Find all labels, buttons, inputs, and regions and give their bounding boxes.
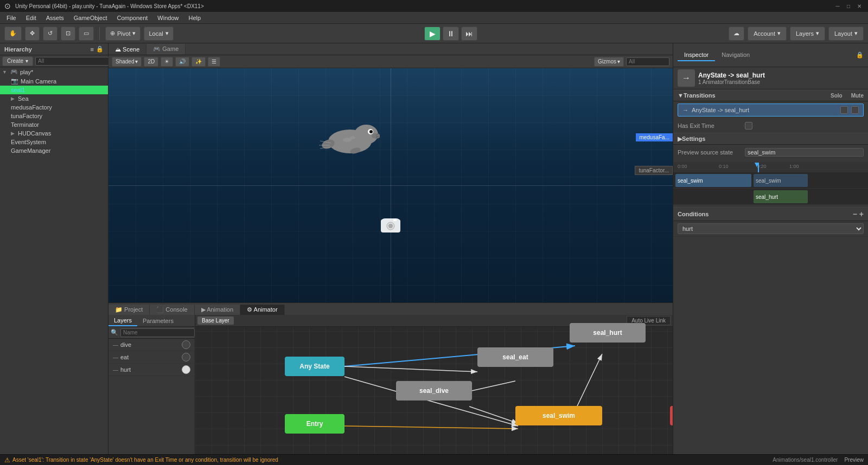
state-seal-eat[interactable]: seal_eat	[477, 347, 553, 367]
menu-component[interactable]: Component	[112, 14, 152, 22]
camera-svg	[380, 216, 401, 234]
audio-btn[interactable]: 🔊	[175, 57, 189, 67]
tree-item-tunafactory[interactable]: tunaFactory	[0, 112, 108, 120]
bottom-tabs: 📁 Project ⬛ Console ▶ Animation ⚙ Animat…	[108, 303, 673, 315]
arrow-icon: ▼	[2, 69, 7, 75]
pivot-button[interactable]: ⊕ Pivot ▾	[105, 27, 141, 41]
tree-item-eventsystem[interactable]: EventSystem	[0, 138, 108, 146]
cloud-button[interactable]: ☁	[729, 27, 744, 41]
move-tool[interactable]: ✥	[25, 27, 40, 41]
scene-search[interactable]	[626, 57, 669, 66]
state-exit[interactable]	[670, 406, 673, 425]
hierarchy-menu-icon[interactable]: ≡	[91, 46, 94, 53]
separator-1	[99, 27, 100, 40]
arrow-icon-sea: ▶	[11, 96, 15, 101]
tree-item-camera[interactable]: 📷 Main Camera	[0, 76, 108, 86]
state-seal-hurt[interactable]: seal_hurt	[570, 323, 646, 343]
create-button[interactable]: Create ▾	[2, 56, 33, 66]
tree-item-medusafactory[interactable]: medusaFactory	[0, 103, 108, 112]
menu-file[interactable]: File	[2, 14, 21, 22]
maximize-button[interactable]: □	[844, 2, 853, 10]
menu-assets[interactable]: Assets	[42, 14, 68, 22]
eat-toggle[interactable]	[182, 353, 190, 361]
timeline-block-seal-swim-2[interactable]: seal_swim	[754, 174, 808, 187]
state-entry[interactable]: Entry	[285, 414, 344, 434]
inspector-lock-icon[interactable]: 🔒	[856, 51, 864, 59]
remove-condition-button[interactable]: −	[853, 210, 857, 218]
params-search-input[interactable]	[120, 328, 195, 337]
tab-layers[interactable]: Layers	[108, 315, 137, 326]
local-button[interactable]: Local ▾	[144, 27, 173, 41]
scale-tool[interactable]: ⊡	[61, 27, 75, 41]
tree-item-seal1[interactable]: seal1	[0, 86, 108, 94]
dive-toggle[interactable]	[182, 340, 190, 349]
rect-tool[interactable]: ▭	[79, 27, 94, 41]
chevron-down-icon: ▾	[132, 30, 136, 37]
chevron-down-icon-2: ▾	[165, 30, 169, 37]
state-seal-dive[interactable]: seal_dive	[396, 381, 472, 401]
svg-point-11	[350, 136, 355, 139]
layout-button[interactable]: Layout ▾	[828, 27, 864, 41]
hurt-toggle[interactable]	[182, 365, 190, 374]
settings-section-header[interactable]: ▶ Settings	[673, 133, 868, 145]
arrow-icon-settings: ▶	[678, 135, 682, 143]
fx-btn[interactable]: ✨	[192, 57, 206, 67]
preview-button[interactable]: Preview	[844, 457, 864, 463]
menu-window[interactable]: Window	[153, 14, 183, 22]
hierarchy-toolbar: Create ▾	[0, 55, 108, 67]
light-btn[interactable]: ☀	[161, 57, 173, 67]
tab-project[interactable]: 📁 Project	[108, 305, 150, 315]
gizmos-button[interactable]: Gizmos ▾	[594, 57, 624, 67]
inspector-tab-inspector[interactable]: Inspector	[678, 49, 715, 61]
chevron-gizmos: ▾	[617, 59, 620, 64]
tab-console[interactable]: ⬛ Console	[150, 305, 194, 315]
menu-gameobject[interactable]: GameObject	[69, 14, 112, 22]
timeline-block-seal-hurt[interactable]: seal_hurt	[754, 190, 808, 203]
hierarchy-search[interactable]	[35, 57, 110, 66]
menu-help[interactable]: Help	[184, 14, 205, 22]
twod-button[interactable]: 2D	[144, 57, 158, 67]
menu-edit[interactable]: Edit	[22, 14, 41, 22]
hierarchy-lock-icon[interactable]: 🔒	[96, 46, 104, 53]
exit-time-section: Has Exit Time	[673, 119, 868, 133]
step-button[interactable]: ⏭	[461, 27, 477, 41]
state-seal-swim[interactable]: seal_swim	[515, 406, 602, 425]
shaded-button[interactable]: Shaded ▾	[112, 57, 142, 67]
play-button[interactable]: ▶	[424, 27, 441, 41]
mute-checkbox[interactable]	[851, 106, 859, 114]
tree-item-sea[interactable]: ▶ Sea	[0, 94, 108, 103]
hand-tool[interactable]: ✋	[4, 27, 22, 41]
tab-game[interactable]: 🎮 Game	[146, 44, 186, 55]
condition-dropdown-hurt[interactable]: hurt	[678, 223, 864, 234]
rotate-tool[interactable]: ↺	[43, 27, 58, 41]
tree-item-gamemanager[interactable]: GameManager	[0, 146, 108, 155]
tree-item-hudcanvas[interactable]: ▶ HUDCanvas	[0, 129, 108, 138]
layers-button[interactable]: Layers ▾	[790, 27, 825, 41]
state-any-state[interactable]: Any State	[285, 357, 344, 376]
params-panel: Layers Parameters 🔍 + — dive	[108, 315, 195, 454]
game-viewport: medusaFa... tunaFactor...	[108, 68, 673, 302]
solo-checkbox[interactable]	[840, 106, 848, 114]
timeline-block-seal-swim-1[interactable]: seal_swim	[675, 174, 751, 187]
tab-parameters[interactable]: Parameters	[137, 316, 179, 326]
transitions-section-header[interactable]: ▼ Transitions Solo Mute	[673, 89, 868, 101]
account-button[interactable]: Account ▾	[748, 27, 787, 41]
pause-button[interactable]: ⏸	[443, 27, 459, 41]
close-button[interactable]: ✕	[855, 2, 864, 10]
scene-extra-btn[interactable]: ☰	[208, 57, 220, 67]
svg-point-16	[388, 224, 393, 228]
tab-animation[interactable]: ▶ Animation	[195, 305, 240, 315]
tree-item-terminator[interactable]: Terminator	[0, 120, 108, 129]
preview-source-value[interactable]: seal_swim	[745, 148, 864, 157]
inspector-tab-navigation[interactable]: Navigation	[715, 49, 756, 61]
base-layer-tab[interactable]: Base Layer	[197, 317, 234, 325]
hierarchy-tree: ▼ 🎮 play* 📷 Main Camera seal1 ▶ Sea medu…	[0, 67, 108, 454]
minimize-button[interactable]: ─	[833, 2, 842, 10]
transition-item-anystate-hurt[interactable]: → AnyState -> seal_hurt	[678, 104, 864, 117]
has-exit-time-checkbox[interactable]	[745, 122, 752, 130]
tree-item-play[interactable]: ▼ 🎮 play*	[0, 67, 108, 76]
tab-animator[interactable]: ⚙ Animator	[240, 305, 284, 315]
add-condition-button[interactable]: +	[859, 210, 864, 218]
graph-area[interactable]: Base Layer Auto Live Link	[195, 315, 673, 454]
tab-scene[interactable]: ⛰ Scene	[108, 44, 146, 55]
